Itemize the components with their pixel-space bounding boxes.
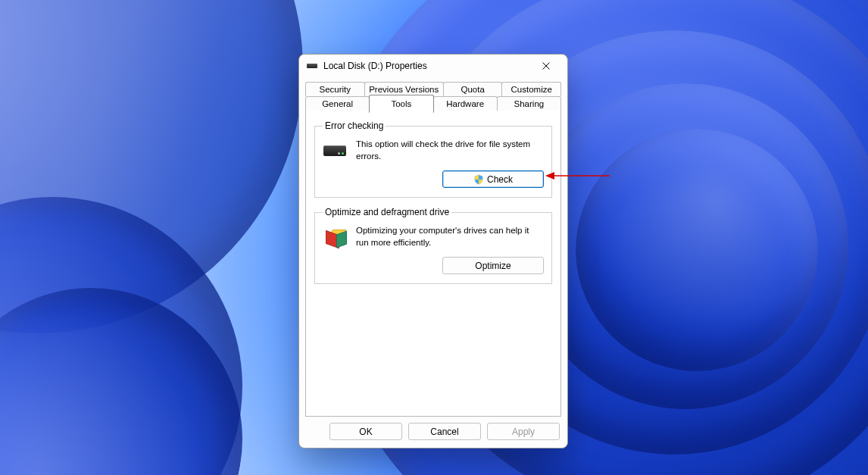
tab-row-2: General Tools Hardware Sharing [305,96,561,111]
window-title: Local Disk (D:) Properties [323,61,529,71]
group-error-checking-legend: Error checking [323,120,386,131]
close-icon [542,62,550,70]
tab-security[interactable]: Security [305,82,365,96]
hard-drive-icon [323,139,347,163]
ok-button[interactable]: OK [329,423,402,440]
dialog-action-buttons: OK Cancel Apply [299,417,567,448]
error-checking-description: This option will check the drive for fil… [356,139,544,163]
uac-shield-icon [473,174,484,185]
optimize-button[interactable]: Optimize [442,257,544,274]
group-error-checking: Error checking This option will check th… [314,120,552,198]
close-button[interactable] [529,55,563,77]
group-optimize: Optimize and defragment drive Optimizing… [314,207,552,284]
tab-hardware[interactable]: Hardware [433,96,498,111]
tab-customize[interactable]: Customize [501,82,561,96]
optimize-description: Optimizing your computer's drives can he… [356,225,544,249]
optimize-button-label: Optimize [475,261,510,271]
defrag-cube-icon [323,225,347,249]
apply-button[interactable]: Apply [487,423,560,440]
check-button[interactable]: Check [442,170,544,188]
properties-dialog: Local Disk (D:) Properties Security Prev… [298,54,568,448]
check-button-label: Check [487,174,513,185]
cancel-button[interactable]: Cancel [408,423,481,440]
tab-quota[interactable]: Quota [443,82,503,96]
drive-sys-icon [307,64,317,68]
tab-tools[interactable]: Tools [369,95,433,113]
tab-sharing[interactable]: Sharing [497,96,561,111]
tab-row-1: Security Previous Versions Quota Customi… [305,82,561,96]
tab-area: Security Previous Versions Quota Customi… [299,77,567,417]
tab-panel-tools: Error checking This option will check th… [305,110,561,417]
group-optimize-legend: Optimize and defragment drive [323,207,451,217]
tab-general[interactable]: General [305,96,370,111]
titlebar[interactable]: Local Disk (D:) Properties [299,55,567,77]
